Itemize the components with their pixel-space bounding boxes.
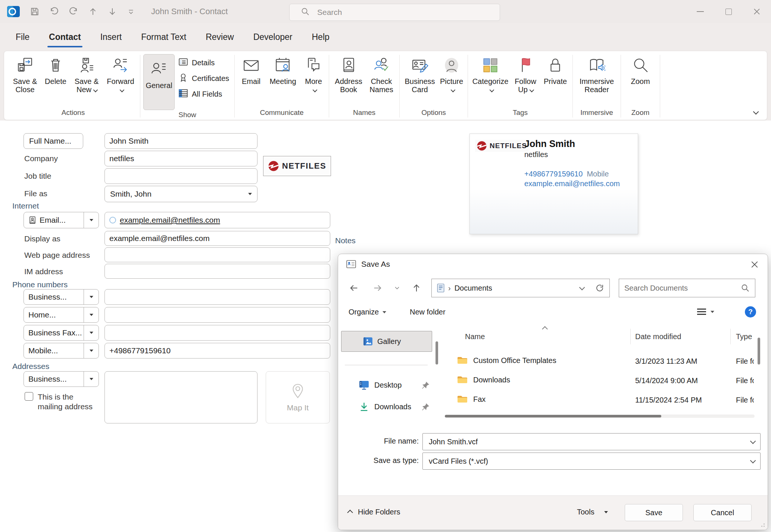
file-as-dropdown[interactable]: Smith, John bbox=[104, 186, 257, 202]
column-header-type[interactable]: Type bbox=[736, 332, 752, 341]
business-card-button[interactable]: Business Card bbox=[403, 53, 437, 95]
sort-ascending-icon[interactable] bbox=[542, 326, 548, 332]
file-row[interactable]: Custom Office Templates bbox=[457, 356, 556, 365]
phone-type-dropdown[interactable] bbox=[84, 343, 99, 358]
phone-type-dropdown[interactable] bbox=[84, 290, 99, 304]
tab-help[interactable]: Help bbox=[311, 30, 330, 44]
address-type-button[interactable]: Business... bbox=[24, 371, 99, 387]
email-type-button[interactable]: Email... bbox=[24, 212, 99, 228]
email-field[interactable]: example.email@netfiles.com bbox=[104, 212, 330, 228]
save-and-close-button[interactable]: Save & Close bbox=[9, 53, 41, 95]
check-names-button[interactable]: Check Names bbox=[366, 53, 396, 95]
follow-up-button[interactable]: Follow Up bbox=[511, 53, 540, 95]
save-button[interactable]: Save bbox=[625, 504, 683, 521]
zoom-button[interactable]: Zoom bbox=[624, 53, 657, 86]
company-field[interactable] bbox=[104, 151, 257, 166]
phone-home-field[interactable] bbox=[104, 307, 330, 323]
certificates-button[interactable]: Certificates bbox=[176, 71, 231, 85]
tools-button[interactable]: Tools bbox=[577, 508, 608, 516]
forward-button[interactable]: Forward bbox=[104, 53, 137, 95]
minimize-button[interactable] bbox=[686, 0, 714, 23]
map-it-button[interactable]: Map It bbox=[266, 371, 330, 423]
dialog-search-input[interactable] bbox=[624, 284, 741, 292]
column-divider[interactable] bbox=[730, 329, 731, 344]
save-icon[interactable] bbox=[30, 7, 40, 16]
save-and-new-button[interactable]: Save & New bbox=[71, 53, 103, 95]
refresh-icon[interactable] bbox=[595, 284, 604, 292]
im-address-field[interactable] bbox=[104, 264, 330, 279]
phone-business-field[interactable] bbox=[104, 289, 330, 305]
full-name-button[interactable]: Full Name... bbox=[24, 133, 83, 149]
more-button[interactable]: More bbox=[301, 53, 326, 95]
organize-button[interactable]: Organize bbox=[349, 308, 386, 316]
hide-folders-button[interactable]: Hide Folders bbox=[349, 508, 400, 516]
address-dropdown-icon[interactable] bbox=[579, 284, 585, 290]
sidebar-scrollbar[interactable] bbox=[436, 341, 438, 364]
list-horizontal-scrollbar[interactable] bbox=[445, 414, 755, 418]
display-as-field[interactable] bbox=[104, 231, 330, 246]
maximize-button[interactable] bbox=[714, 0, 743, 23]
all-fields-button[interactable]: All Fields bbox=[176, 87, 231, 101]
redo-icon[interactable] bbox=[69, 7, 78, 16]
email-link[interactable]: example.email@netfiles.com bbox=[120, 216, 220, 225]
address-bar[interactable]: › Documents bbox=[431, 279, 610, 297]
collapse-ribbon-icon[interactable] bbox=[753, 109, 759, 115]
file-name-combobox[interactable]: John Smith.vcf bbox=[422, 433, 761, 450]
phone-type-home-button[interactable]: Home... bbox=[24, 307, 99, 323]
private-button[interactable]: Private bbox=[541, 53, 569, 86]
dialog-close-button[interactable] bbox=[750, 260, 759, 269]
full-name-field[interactable] bbox=[104, 133, 257, 149]
breadcrumb-location[interactable]: Documents bbox=[455, 284, 492, 292]
help-button[interactable]: ? bbox=[745, 306, 756, 317]
phone-mobile-field[interactable] bbox=[104, 343, 330, 359]
phone-type-mobile-button[interactable]: Mobile... bbox=[24, 343, 99, 359]
back-button[interactable] bbox=[349, 283, 359, 293]
close-button[interactable] bbox=[743, 0, 771, 23]
tab-review[interactable]: Review bbox=[205, 30, 234, 44]
sidebar-item-downloads[interactable]: Downloads bbox=[359, 402, 411, 412]
resize-grip[interactable] bbox=[759, 522, 765, 527]
general-button[interactable]: General bbox=[143, 54, 175, 110]
phone-type-business-fax-button[interactable]: Business Fax... bbox=[24, 325, 99, 341]
recent-locations-chevron[interactable] bbox=[393, 284, 401, 292]
move-up-icon[interactable] bbox=[88, 7, 98, 16]
save-as-type-combobox[interactable]: vCard Files (*.vcf) bbox=[422, 453, 761, 470]
up-button[interactable] bbox=[411, 283, 422, 293]
tab-contact[interactable]: Contact bbox=[48, 30, 82, 44]
phone-type-business-button[interactable]: Business... bbox=[24, 289, 99, 305]
details-button[interactable]: Details bbox=[176, 56, 231, 70]
cancel-button[interactable]: Cancel bbox=[693, 504, 752, 521]
email-button[interactable]: Email bbox=[238, 53, 265, 86]
dialog-search-box[interactable] bbox=[619, 279, 755, 297]
sidebar-item-desktop[interactable]: Desktop bbox=[359, 380, 402, 390]
move-down-icon[interactable] bbox=[107, 7, 117, 16]
categorize-button[interactable]: Categorize bbox=[471, 53, 510, 95]
new-folder-button[interactable]: New folder bbox=[410, 308, 446, 316]
email-type-dropdown[interactable] bbox=[84, 212, 99, 228]
forward-button[interactable] bbox=[372, 283, 383, 293]
phone-business-fax-field[interactable] bbox=[104, 325, 330, 341]
column-divider[interactable] bbox=[630, 329, 631, 344]
meeting-button[interactable]: Meeting bbox=[266, 53, 300, 86]
mailing-address-checkbox[interactable] bbox=[25, 392, 33, 401]
job-title-field[interactable] bbox=[104, 168, 257, 184]
phone-type-dropdown[interactable] bbox=[84, 307, 99, 322]
file-row[interactable]: Downloads bbox=[457, 375, 510, 385]
tab-file[interactable]: File bbox=[15, 30, 30, 44]
address-type-dropdown[interactable] bbox=[84, 372, 99, 387]
picture-button[interactable]: Picture bbox=[438, 53, 465, 95]
file-row[interactable]: Fax bbox=[457, 394, 486, 404]
scrollbar-thumb[interactable] bbox=[445, 415, 661, 417]
tab-developer[interactable]: Developer bbox=[253, 30, 293, 44]
column-header-name[interactable]: Name bbox=[465, 332, 485, 341]
delete-button[interactable]: Delete bbox=[42, 53, 69, 86]
tab-format-text[interactable]: Format Text bbox=[140, 30, 187, 44]
list-vertical-scrollbar[interactable] bbox=[758, 338, 760, 364]
immersive-reader-button[interactable]: Immersive Reader bbox=[576, 53, 618, 95]
phone-type-dropdown[interactable] bbox=[84, 325, 99, 340]
address-textarea[interactable] bbox=[104, 371, 257, 423]
undo-icon[interactable] bbox=[49, 7, 59, 16]
sidebar-item-gallery[interactable]: Gallery bbox=[341, 331, 432, 352]
web-page-field[interactable] bbox=[104, 247, 330, 262]
view-options-button[interactable] bbox=[697, 309, 714, 315]
